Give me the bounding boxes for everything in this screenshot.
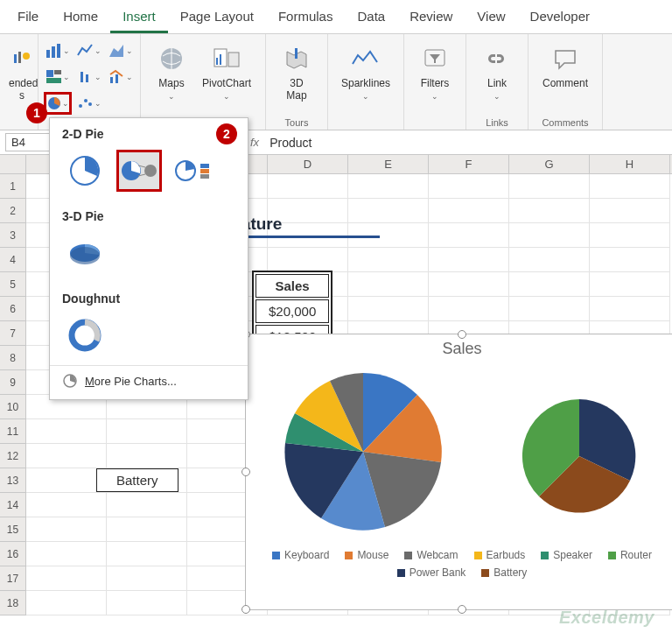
sparklines-button[interactable]: Sparklines⌄ xyxy=(335,38,396,106)
ribbon-tabs: File Home Insert Page Layout Formulas Da… xyxy=(0,0,672,34)
svg-rect-0 xyxy=(14,54,17,63)
treemap-chart-button[interactable]: ⌄ xyxy=(44,66,72,88)
3d-map-button[interactable]: 3D Map xyxy=(273,38,320,106)
legend-item: Speaker xyxy=(541,549,592,561)
more-pie-charts[interactable]: More Pie Charts... xyxy=(50,365,248,396)
globe-icon xyxy=(158,46,185,72)
ribbon: endeds ⌄ ⌄ ⌄ ⌄ ⌄ ⌄ ⌄ ⌄ 1 Maps⌄ PivotChar… xyxy=(0,34,672,130)
chart-plot-area[interactable] xyxy=(246,360,672,544)
dd-section-3d-pie: 3-D Pie xyxy=(50,200,248,229)
secondary-pie xyxy=(505,377,654,526)
watermark: Exceldemy xyxy=(559,608,654,628)
line-chart-button[interactable]: ⌄ xyxy=(75,39,103,62)
combo-chart-button[interactable]: ⌄ xyxy=(107,66,135,88)
svg-rect-20 xyxy=(216,58,218,65)
svg-rect-1 xyxy=(18,52,21,63)
filters-button[interactable]: Filters⌄ xyxy=(411,38,458,106)
row-headers: 123456789101112131415161718 xyxy=(0,174,26,615)
tab-data[interactable]: Data xyxy=(345,4,397,33)
link-button[interactable]: Link⌄ xyxy=(473,38,521,106)
doughnut-option[interactable] xyxy=(62,314,108,356)
col-f[interactable]: F xyxy=(429,155,509,173)
legend-item: Battery xyxy=(481,566,527,579)
svg-rect-8 xyxy=(54,70,61,74)
svg-rect-11 xyxy=(86,74,88,82)
legend-item: Earbuds xyxy=(474,549,526,561)
svg-point-29 xyxy=(144,165,157,177)
tab-home[interactable]: Home xyxy=(51,4,110,33)
primary-pie xyxy=(271,364,455,539)
cell-battery: Battery xyxy=(96,468,178,492)
chart-legend[interactable]: Keyboard Mouse Webcam Earbuds Speaker Ro… xyxy=(246,544,672,584)
svg-rect-21 xyxy=(220,54,221,65)
stats-chart-button[interactable]: ⌄ xyxy=(75,66,103,88)
col-h[interactable]: H xyxy=(590,155,670,173)
svg-rect-10 xyxy=(80,72,83,82)
pie-option-3d[interactable] xyxy=(62,232,108,274)
legend-item: Power Bank xyxy=(397,566,466,579)
filter-icon xyxy=(423,47,447,70)
svg-point-17 xyxy=(88,102,92,106)
pie-option-bar-of-pie[interactable] xyxy=(171,150,216,192)
tab-review[interactable]: Review xyxy=(397,4,465,33)
map3d-icon xyxy=(284,46,310,72)
tab-view[interactable]: View xyxy=(465,4,517,33)
chart-object[interactable]: Sales xyxy=(245,334,672,610)
link-icon xyxy=(483,48,511,69)
svg-point-37 xyxy=(70,247,100,264)
svg-rect-9 xyxy=(46,78,61,83)
recommended-charts-button[interactable]: endeds xyxy=(7,38,37,106)
legend-item: Webcam xyxy=(404,549,458,561)
charts-gallery: ⌄ ⌄ ⌄ ⌄ ⌄ ⌄ ⌄ ⌄ xyxy=(44,39,135,116)
dd-section-doughnut: Doughnut xyxy=(50,283,248,311)
svg-rect-3 xyxy=(46,50,50,58)
svg-rect-34 xyxy=(200,169,209,173)
tab-insert[interactable]: Insert xyxy=(110,4,168,33)
comment-button[interactable]: Comment xyxy=(536,38,595,94)
svg-point-2 xyxy=(23,53,30,60)
area-chart-button[interactable]: ⌄ xyxy=(107,39,135,62)
pie-chart-dropdown: 2-D Pie 2 3-D Pie Doughnut More Pie Char… xyxy=(49,117,248,400)
formula-input[interactable]: Product xyxy=(264,136,317,150)
svg-marker-26 xyxy=(430,54,440,63)
recommended-icon xyxy=(12,49,32,68)
callout-2: 2 xyxy=(216,123,237,144)
callout-1: 1 xyxy=(26,102,47,123)
svg-point-16 xyxy=(84,99,88,102)
svg-point-15 xyxy=(79,104,82,108)
pie-option-pie-of-pie[interactable] xyxy=(116,150,162,192)
svg-rect-24 xyxy=(295,48,298,59)
cell-sales-1: $20,000 xyxy=(256,299,329,323)
pie-chart-dropdown-button[interactable]: ⌄ xyxy=(44,92,72,115)
sparkline-icon xyxy=(351,48,381,69)
legend-item: Mouse xyxy=(345,549,388,561)
svg-rect-22 xyxy=(228,53,239,67)
scatter-chart-button[interactable]: ⌄ xyxy=(75,92,103,115)
svg-rect-4 xyxy=(52,46,55,58)
comments-group-label: Comments xyxy=(536,116,595,128)
pivotchart-button[interactable]: PivotChart⌄ xyxy=(195,38,258,106)
links-group-label: Links xyxy=(473,116,521,128)
chart-title[interactable]: Sales xyxy=(246,334,672,360)
header-sales: Sales xyxy=(256,274,329,298)
svg-rect-35 xyxy=(200,174,209,179)
tab-formulas[interactable]: Formulas xyxy=(266,4,346,33)
svg-rect-5 xyxy=(57,44,60,58)
svg-rect-7 xyxy=(46,70,53,77)
legend-item: Keyboard xyxy=(272,549,329,561)
pivotchart-icon xyxy=(213,46,241,72)
maps-button[interactable]: Maps⌄ xyxy=(148,38,195,106)
col-d[interactable]: D xyxy=(268,155,348,173)
svg-rect-13 xyxy=(116,74,118,83)
tours-group-label: Tours xyxy=(273,116,320,128)
legend-item: Router xyxy=(608,549,652,561)
col-g[interactable]: G xyxy=(509,155,590,173)
tab-developer[interactable]: Developer xyxy=(518,4,602,33)
col-e[interactable]: E xyxy=(348,155,429,173)
svg-rect-12 xyxy=(110,77,113,83)
tab-file[interactable]: File xyxy=(5,4,51,33)
pie-option-basic[interactable] xyxy=(62,150,108,192)
tab-page-layout[interactable]: Page Layout xyxy=(168,4,266,33)
pie-icon xyxy=(46,95,62,111)
column-chart-button[interactable]: ⌄ xyxy=(44,39,72,62)
